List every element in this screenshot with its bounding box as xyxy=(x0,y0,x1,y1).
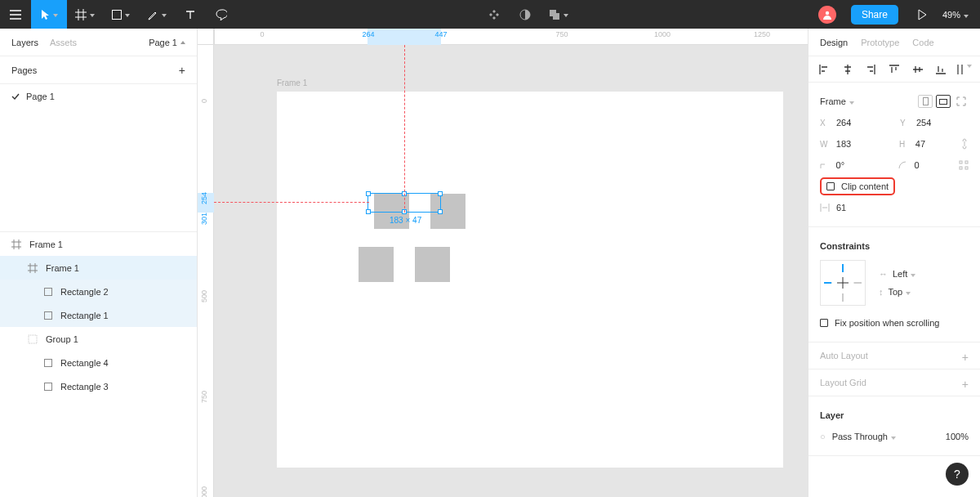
layer-section: Layer ○ Pass Through 100% xyxy=(808,396,980,456)
spacing-icon xyxy=(820,204,830,212)
constraint-vertical-dropdown[interactable]: ↕Top xyxy=(879,287,915,297)
spacing-input[interactable]: 61 xyxy=(836,203,875,213)
comment-tool-button[interactable] xyxy=(206,0,237,29)
text-tool-button[interactable] xyxy=(175,0,206,29)
checkbox-icon xyxy=(826,182,835,190)
page-indicator[interactable]: Page 1 xyxy=(149,38,185,47)
main-menu-button[interactable] xyxy=(0,0,31,29)
selection-handle[interactable] xyxy=(366,191,371,196)
svg-rect-7 xyxy=(940,99,947,104)
layer-frame1-outer[interactable]: Frame 1 xyxy=(0,232,197,256)
page-row[interactable]: Page 1 xyxy=(0,84,197,109)
ruler-tick: 1250 xyxy=(754,30,770,38)
layer-frame1-inner[interactable]: Frame 1 xyxy=(0,256,197,280)
tab-layers[interactable]: Layers xyxy=(11,38,38,47)
user-avatar[interactable] xyxy=(818,6,836,24)
layer-group-1[interactable]: Group 1 xyxy=(0,327,197,351)
constraints-widget[interactable] xyxy=(820,260,866,306)
h-input[interactable]: 47 xyxy=(915,139,954,149)
move-tool-button[interactable] xyxy=(31,0,67,29)
rectangle-icon xyxy=(44,311,52,320)
help-button[interactable]: ? xyxy=(946,463,969,486)
y-input[interactable]: 254 xyxy=(916,118,956,128)
share-button[interactable]: Share xyxy=(851,5,898,25)
constraints-title: Constraints xyxy=(820,241,870,251)
layout-grid-title: Layout Grid xyxy=(820,378,866,387)
layer-rectangle-1[interactable]: Rectangle 1 xyxy=(0,303,197,327)
ruler-h-selection xyxy=(368,29,441,45)
blend-mode-dropdown[interactable]: Pass Through xyxy=(832,432,896,441)
link-dimensions-icon[interactable] xyxy=(960,138,969,150)
selection-handle[interactable] xyxy=(366,209,371,214)
align-hcenter-icon[interactable] xyxy=(840,65,855,74)
svg-point-4 xyxy=(826,11,829,14)
clip-content-checkbox[interactable]: Clip content xyxy=(820,177,895,195)
radius-input[interactable]: 0 xyxy=(915,160,952,170)
ruler-tick: 500 xyxy=(200,290,208,302)
layer-label: Rectangle 1 xyxy=(60,311,109,320)
align-vcenter-icon[interactable] xyxy=(911,65,925,74)
tab-code[interactable]: Code xyxy=(912,38,933,47)
shape-tool-button[interactable] xyxy=(103,0,139,29)
present-button[interactable] xyxy=(906,0,938,29)
tab-assets[interactable]: Assets xyxy=(50,38,77,47)
w-input[interactable]: 183 xyxy=(836,139,875,149)
auto-layout-title: Auto Layout xyxy=(820,351,868,360)
frame-type-dropdown[interactable]: Frame xyxy=(820,96,854,106)
layer-rectangle-3[interactable]: Rectangle 3 xyxy=(0,374,197,398)
check-icon xyxy=(11,93,20,100)
layer-label: Frame 1 xyxy=(29,240,63,249)
chevron-up-icon xyxy=(180,41,185,44)
add-layout-grid-button[interactable]: + xyxy=(962,378,969,391)
frame-1-artboard[interactable]: Frame 1 183 × 47 xyxy=(277,92,783,468)
rectangle-3[interactable] xyxy=(359,247,394,282)
pages-header: Pages xyxy=(11,65,37,75)
components-icon[interactable] xyxy=(479,0,510,29)
add-auto-layout-button[interactable]: + xyxy=(962,351,969,364)
ruler-tick: 750 xyxy=(200,391,208,403)
boolean-icon[interactable] xyxy=(541,0,577,29)
selection-handle[interactable] xyxy=(438,209,443,214)
mask-icon[interactable] xyxy=(510,0,541,29)
rectangle-icon xyxy=(44,383,52,391)
align-bottom-icon[interactable] xyxy=(933,65,948,74)
ruler-tick: 447 xyxy=(434,30,447,38)
rectangle-4[interactable] xyxy=(415,247,450,282)
constraint-horizontal-dropdown[interactable]: ↔Left xyxy=(879,269,915,279)
rotation-icon xyxy=(820,161,830,169)
x-label: X xyxy=(820,119,830,128)
add-page-button[interactable]: + xyxy=(179,64,185,77)
zoom-dropdown[interactable]: 49% xyxy=(938,10,980,20)
ruler-tick: 750 xyxy=(555,30,568,38)
distribute-icon[interactable] xyxy=(957,65,972,74)
align-top-icon[interactable] xyxy=(887,65,902,74)
layout-grid-section: Layout Grid + xyxy=(808,369,980,396)
independent-corners-icon[interactable] xyxy=(959,160,969,170)
opacity-input[interactable]: 100% xyxy=(946,432,969,441)
orientation-landscape[interactable] xyxy=(936,95,951,108)
layer-rectangle-2[interactable]: Rectangle 2 xyxy=(0,280,197,303)
x-input[interactable]: 264 xyxy=(836,118,875,128)
svg-rect-10 xyxy=(960,167,962,169)
selection-handle[interactable] xyxy=(438,191,443,196)
layer-section-title: Layer xyxy=(820,410,844,420)
orientation-portrait[interactable] xyxy=(918,95,933,108)
tab-prototype[interactable]: Prototype xyxy=(861,38,899,47)
layer-label: Rectangle 2 xyxy=(60,287,109,297)
svg-rect-5 xyxy=(29,335,37,343)
layer-rectangle-4[interactable]: Rectangle 4 xyxy=(0,351,197,374)
frame-tool-button[interactable] xyxy=(67,0,103,29)
align-left-icon[interactable] xyxy=(817,65,831,74)
resize-to-fit-icon[interactable] xyxy=(954,95,969,108)
fix-position-label: Fix position when scrolling xyxy=(835,318,939,328)
page-label: Page 1 xyxy=(26,92,55,101)
canvas-area[interactable]: 0 264 447 750 1000 1250 1500 0 254 301 5… xyxy=(198,29,808,497)
rotation-input[interactable]: 0° xyxy=(836,160,874,170)
tab-design[interactable]: Design xyxy=(820,38,848,47)
align-right-icon[interactable] xyxy=(863,65,878,74)
ruler-tick: 254 xyxy=(200,192,208,204)
fix-position-checkbox[interactable] xyxy=(820,319,828,327)
layer-label: Rectangle 3 xyxy=(60,382,109,392)
pen-tool-button[interactable] xyxy=(139,0,175,29)
canvas[interactable]: Frame 1 183 × 47 xyxy=(214,45,808,497)
